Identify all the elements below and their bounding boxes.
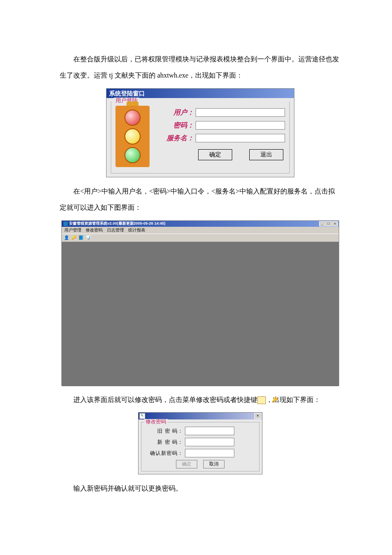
red-light-icon bbox=[124, 110, 141, 126]
green-light-icon bbox=[124, 147, 141, 163]
old-password-input[interactable] bbox=[185, 427, 234, 435]
user-input[interactable] bbox=[196, 108, 285, 117]
new-password-label: 新 密 码： bbox=[145, 439, 185, 445]
new-password-input[interactable] bbox=[185, 438, 234, 446]
password-input[interactable] bbox=[196, 121, 285, 130]
maximize-button[interactable]: □ bbox=[326, 221, 331, 226]
password-label: 密码： bbox=[161, 122, 196, 129]
menu-reports[interactable]: 统计报表 bbox=[128, 228, 145, 232]
confirm-password-input[interactable] bbox=[185, 449, 234, 457]
paragraph-4: 输入新密码并确认就可以更换密码。 bbox=[60, 480, 341, 497]
paragraph-3: 进入该界面后就可以修改密码，点击菜单修改密码或者快捷键🔑，出现如下界面： bbox=[60, 392, 341, 408]
app-menubar: 用户管理 修改密码 日志管理 统计报表 bbox=[62, 227, 339, 234]
paragraph-3-a: 进入该界面后就可以修改密码，点击菜单修改密码或者快捷键 bbox=[73, 396, 257, 403]
app-client-area bbox=[62, 242, 339, 386]
old-password-label: 旧 密 码： bbox=[145, 428, 185, 434]
menu-change-password[interactable]: 修改密码 bbox=[86, 228, 103, 232]
menu-log-mgmt[interactable]: 日志管理 bbox=[107, 228, 124, 232]
login-ok-button[interactable]: 确定 bbox=[198, 149, 232, 160]
paragraph-2: 在<用户>中输入用户名，<密码>中输入口令，<服务名>中输入配置好的服务名，点击… bbox=[60, 183, 341, 216]
pwd-cancel-button[interactable]: 取消 bbox=[203, 460, 225, 468]
app-icon bbox=[63, 222, 68, 226]
close-button[interactable]: × bbox=[332, 221, 338, 226]
pwd-title-icon: ✎ bbox=[139, 413, 145, 419]
login-titlebar: 系统登陆窗口 bbox=[107, 89, 294, 98]
key-icon[interactable]: 🔑 bbox=[71, 235, 77, 241]
service-input[interactable] bbox=[196, 134, 285, 142]
traffic-light-image bbox=[115, 106, 161, 170]
document-page: 在整合版升级以后，已将权限管理模块与记录报表模块整合到一个界面中。运营途径也发生… bbox=[0, 0, 392, 555]
paragraph-1: 在整合版升级以后，已将权限管理模块与记录报表模块整合到一个界面中。运营途径也发生… bbox=[60, 51, 341, 84]
app-window: 安徽管线资源管理系统v2.00(最新更新2005-05-26 14:45) _ … bbox=[61, 220, 339, 386]
confirm-password-label: 确认新密码： bbox=[145, 451, 185, 456]
report-icon[interactable]: 📊 bbox=[85, 235, 91, 241]
user-icon[interactable]: 👤 bbox=[63, 235, 69, 241]
log-icon[interactable]: 📘 bbox=[78, 235, 84, 241]
app-titlebar: 安徽管线资源管理系统v2.00(最新更新2005-05-26 14:45) _ … bbox=[62, 221, 339, 227]
change-password-dialog: ✎ × 修改密码 旧 密 码： 新 密 码： 确认新密码： 确定 bbox=[138, 412, 262, 474]
app-title: 安徽管线资源管理系统v2.00(最新更新2005-05-26 14:45) bbox=[69, 222, 165, 225]
login-exit-button[interactable]: 退出 bbox=[249, 149, 283, 160]
app-toolbar: 👤 🔑 📘 📊 bbox=[62, 234, 339, 242]
service-label: 服务名： bbox=[161, 135, 196, 142]
pwd-group-label: 修改密码 bbox=[144, 419, 168, 424]
menu-user-mgmt[interactable]: 用户管理 bbox=[64, 228, 81, 232]
login-dialog: 系统登陆窗口 用户登陆 用户： bbox=[106, 88, 294, 177]
pwd-ok-button[interactable]: 确定 bbox=[176, 460, 197, 468]
inline-key-icon: 🔑 bbox=[257, 396, 266, 404]
user-label: 用户： bbox=[161, 109, 196, 116]
minimize-button[interactable]: _ bbox=[319, 221, 325, 226]
pwd-close-button[interactable]: × bbox=[254, 413, 261, 419]
yellow-light-icon bbox=[124, 128, 141, 145]
